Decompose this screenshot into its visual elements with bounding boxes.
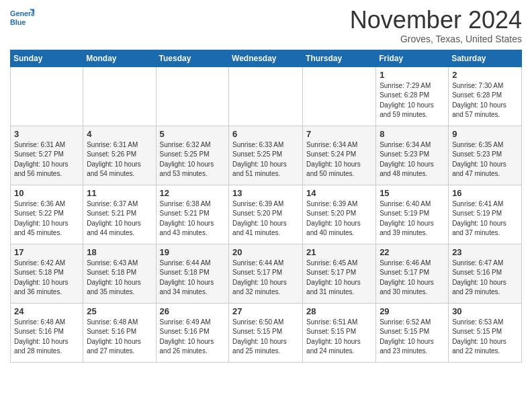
calendar-table: SundayMondayTuesdayWednesdayThursdayFrid…	[10, 50, 522, 363]
day-number: 4	[87, 129, 152, 139]
day-info: Sunrise: 6:39 AM Sunset: 5:20 PM Dayligh…	[306, 199, 372, 238]
calendar-cell: 13Sunrise: 6:39 AM Sunset: 5:20 PM Dayli…	[229, 185, 303, 244]
calendar-cell: 4Sunrise: 6:31 AM Sunset: 5:26 PM Daylig…	[83, 126, 156, 185]
day-number: 7	[306, 129, 372, 139]
calendar-cell: 16Sunrise: 6:41 AM Sunset: 5:19 PM Dayli…	[449, 185, 522, 244]
day-info: Sunrise: 6:37 AM Sunset: 5:21 PM Dayligh…	[87, 199, 152, 238]
calendar-cell: 20Sunrise: 6:44 AM Sunset: 5:17 PM Dayli…	[229, 244, 303, 303]
day-number: 2	[452, 70, 518, 80]
week-row-1: 1Sunrise: 7:29 AM Sunset: 6:28 PM Daylig…	[11, 66, 522, 126]
day-number: 28	[306, 306, 372, 316]
day-info: Sunrise: 6:34 AM Sunset: 5:24 PM Dayligh…	[306, 140, 372, 179]
day-info: Sunrise: 6:48 AM Sunset: 5:16 PM Dayligh…	[87, 318, 152, 357]
day-number: 14	[306, 188, 372, 198]
day-number: 11	[87, 188, 152, 198]
day-number: 15	[380, 188, 445, 198]
week-row-4: 17Sunrise: 6:42 AM Sunset: 5:18 PM Dayli…	[11, 244, 522, 303]
day-number: 19	[160, 247, 226, 257]
day-number: 24	[14, 306, 79, 316]
svg-text:Blue: Blue	[10, 18, 26, 26]
week-row-2: 3Sunrise: 6:31 AM Sunset: 5:27 PM Daylig…	[11, 126, 522, 185]
day-info: Sunrise: 6:48 AM Sunset: 5:16 PM Dayligh…	[14, 318, 79, 357]
calendar-header: SundayMondayTuesdayWednesdayThursdayFrid…	[11, 50, 522, 66]
day-number: 21	[306, 247, 372, 257]
calendar-cell: 5Sunrise: 6:32 AM Sunset: 5:25 PM Daylig…	[156, 126, 229, 185]
day-info: Sunrise: 6:50 AM Sunset: 5:15 PM Dayligh…	[232, 318, 299, 357]
day-info: Sunrise: 6:42 AM Sunset: 5:18 PM Dayligh…	[14, 259, 79, 298]
day-info: Sunrise: 6:39 AM Sunset: 5:20 PM Dayligh…	[232, 199, 299, 238]
calendar-cell: 23Sunrise: 6:47 AM Sunset: 5:16 PM Dayli…	[449, 244, 522, 303]
calendar-cell: 9Sunrise: 6:35 AM Sunset: 5:23 PM Daylig…	[449, 126, 522, 185]
day-info: Sunrise: 6:43 AM Sunset: 5:18 PM Dayligh…	[87, 259, 152, 298]
calendar-cell: 29Sunrise: 6:52 AM Sunset: 5:15 PM Dayli…	[376, 303, 449, 362]
day-header-saturday: Saturday	[449, 50, 522, 66]
calendar-cell: 27Sunrise: 6:50 AM Sunset: 5:15 PM Dayli…	[229, 303, 303, 362]
day-number: 9	[452, 129, 518, 139]
logo-icon: General Blue	[10, 7, 34, 31]
day-info: Sunrise: 6:33 AM Sunset: 5:25 PM Dayligh…	[232, 140, 299, 179]
calendar-cell: 1Sunrise: 7:29 AM Sunset: 6:28 PM Daylig…	[376, 66, 449, 126]
day-info: Sunrise: 6:38 AM Sunset: 5:21 PM Dayligh…	[160, 199, 226, 238]
day-info: Sunrise: 6:41 AM Sunset: 5:19 PM Dayligh…	[452, 199, 518, 238]
calendar-cell	[156, 66, 229, 126]
day-info: Sunrise: 6:53 AM Sunset: 5:15 PM Dayligh…	[452, 318, 518, 357]
day-number: 30	[452, 306, 518, 316]
day-info: Sunrise: 6:31 AM Sunset: 5:27 PM Dayligh…	[14, 140, 79, 179]
day-number: 6	[232, 129, 299, 139]
calendar-cell: 3Sunrise: 6:31 AM Sunset: 5:27 PM Daylig…	[11, 126, 83, 185]
day-number: 27	[232, 306, 299, 316]
day-number: 5	[160, 129, 226, 139]
calendar-cell: 6Sunrise: 6:33 AM Sunset: 5:25 PM Daylig…	[229, 126, 303, 185]
day-info: Sunrise: 6:36 AM Sunset: 5:22 PM Dayligh…	[14, 199, 79, 238]
day-number: 18	[87, 247, 152, 257]
day-info: Sunrise: 7:30 AM Sunset: 6:28 PM Dayligh…	[452, 81, 518, 120]
day-number: 13	[232, 188, 299, 198]
day-info: Sunrise: 6:44 AM Sunset: 5:18 PM Dayligh…	[160, 259, 226, 298]
day-info: Sunrise: 6:45 AM Sunset: 5:17 PM Dayligh…	[306, 259, 372, 298]
calendar-cell: 26Sunrise: 6:49 AM Sunset: 5:16 PM Dayli…	[156, 303, 229, 362]
calendar-cell: 12Sunrise: 6:38 AM Sunset: 5:21 PM Dayli…	[156, 185, 229, 244]
day-number: 26	[160, 306, 226, 316]
calendar-cell: 18Sunrise: 6:43 AM Sunset: 5:18 PM Dayli…	[83, 244, 156, 303]
calendar-cell: 25Sunrise: 6:48 AM Sunset: 5:16 PM Dayli…	[83, 303, 156, 362]
day-info: Sunrise: 6:35 AM Sunset: 5:23 PM Dayligh…	[452, 140, 518, 179]
svg-text:General: General	[10, 9, 34, 17]
day-info: Sunrise: 6:51 AM Sunset: 5:15 PM Dayligh…	[306, 318, 372, 357]
logo: General Blue	[10, 7, 37, 31]
day-info: Sunrise: 6:40 AM Sunset: 5:19 PM Dayligh…	[380, 199, 445, 238]
day-number: 10	[14, 188, 79, 198]
day-header-sunday: Sunday	[11, 50, 83, 66]
day-info: Sunrise: 6:47 AM Sunset: 5:16 PM Dayligh…	[452, 259, 518, 298]
day-number: 16	[452, 188, 518, 198]
day-info: Sunrise: 6:34 AM Sunset: 5:23 PM Dayligh…	[380, 140, 445, 179]
calendar-cell: 17Sunrise: 6:42 AM Sunset: 5:18 PM Dayli…	[11, 244, 83, 303]
calendar-cell: 22Sunrise: 6:46 AM Sunset: 5:17 PM Dayli…	[376, 244, 449, 303]
day-header-friday: Friday	[376, 50, 449, 66]
day-number: 29	[380, 306, 445, 316]
week-row-5: 24Sunrise: 6:48 AM Sunset: 5:16 PM Dayli…	[11, 303, 522, 362]
calendar-cell: 15Sunrise: 6:40 AM Sunset: 5:19 PM Dayli…	[376, 185, 449, 244]
day-number: 12	[160, 188, 226, 198]
day-info: Sunrise: 7:29 AM Sunset: 6:28 PM Dayligh…	[380, 81, 445, 120]
day-number: 8	[380, 129, 445, 139]
calendar-cell: 8Sunrise: 6:34 AM Sunset: 5:23 PM Daylig…	[376, 126, 449, 185]
header-row: SundayMondayTuesdayWednesdayThursdayFrid…	[11, 50, 522, 66]
calendar-body: 1Sunrise: 7:29 AM Sunset: 6:28 PM Daylig…	[11, 66, 522, 362]
calendar-cell: 30Sunrise: 6:53 AM Sunset: 5:15 PM Dayli…	[449, 303, 522, 362]
day-number: 23	[452, 247, 518, 257]
day-number: 3	[14, 129, 79, 139]
day-info: Sunrise: 6:44 AM Sunset: 5:17 PM Dayligh…	[232, 259, 299, 298]
calendar-cell: 2Sunrise: 7:30 AM Sunset: 6:28 PM Daylig…	[449, 66, 522, 126]
page-header: General Blue November 2024 Groves, Texas…	[10, 7, 522, 44]
day-info: Sunrise: 6:46 AM Sunset: 5:17 PM Dayligh…	[380, 259, 445, 298]
day-info: Sunrise: 6:31 AM Sunset: 5:26 PM Dayligh…	[87, 140, 152, 179]
title-area: November 2024 Groves, Texas, United Stat…	[350, 7, 522, 44]
day-number: 22	[380, 247, 445, 257]
day-header-tuesday: Tuesday	[156, 50, 229, 66]
calendar-cell: 10Sunrise: 6:36 AM Sunset: 5:22 PM Dayli…	[11, 185, 83, 244]
day-header-thursday: Thursday	[303, 50, 376, 66]
calendar-cell	[83, 66, 156, 126]
location: Groves, Texas, United States	[350, 34, 522, 44]
day-header-wednesday: Wednesday	[229, 50, 303, 66]
calendar-cell: 28Sunrise: 6:51 AM Sunset: 5:15 PM Dayli…	[303, 303, 376, 362]
